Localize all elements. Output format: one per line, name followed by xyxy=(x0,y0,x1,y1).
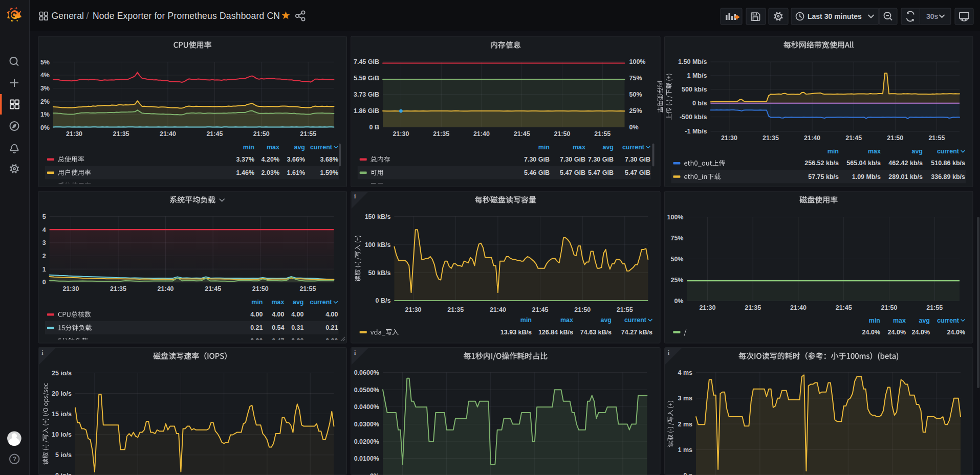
svg-text:2%: 2% xyxy=(40,98,50,105)
svg-text:21:40: 21:40 xyxy=(160,130,176,138)
svg-text:21:40: 21:40 xyxy=(158,285,174,292)
svg-text:4.20%: 4.20% xyxy=(262,156,279,163)
svg-text:21:55: 21:55 xyxy=(617,306,633,313)
svg-text:21:30: 21:30 xyxy=(66,130,82,138)
svg-text:avg: avg xyxy=(911,148,923,155)
svg-text:1.61%: 1.61% xyxy=(287,169,305,176)
svg-text:57.75 kb/s: 57.75 kb/s xyxy=(808,173,839,180)
svg-text:max: max xyxy=(573,144,585,151)
svg-text:3.37%: 3.37% xyxy=(236,156,254,163)
svg-text:4%: 4% xyxy=(40,72,50,79)
svg-text:0 B/s: 0 B/s xyxy=(376,297,391,304)
svg-text:5%: 5% xyxy=(40,59,50,66)
svg-text:21:35: 21:35 xyxy=(763,134,779,142)
svg-text:3.66%: 3.66% xyxy=(287,156,305,163)
svg-text:1: 1 xyxy=(42,266,46,273)
svg-text:21:50: 21:50 xyxy=(881,304,897,311)
svg-text:13.93 kB/s: 13.93 kB/s xyxy=(500,329,532,336)
svg-text:0 io/s: 0 io/s xyxy=(55,472,72,475)
svg-text:21:45: 21:45 xyxy=(845,134,862,142)
svg-text:2: 2 xyxy=(42,253,46,260)
svg-text:21:50: 21:50 xyxy=(253,130,270,138)
svg-text:21:45: 21:45 xyxy=(206,130,223,138)
svg-text:avg: avg xyxy=(294,144,305,151)
svg-text:0.21: 0.21 xyxy=(325,324,338,331)
svg-text:510.86 kb/s: 510.86 kb/s xyxy=(931,160,965,167)
svg-text:7.30 GiB: 7.30 GiB xyxy=(560,156,585,163)
svg-text:74.27 kB/s: 74.27 kB/s xyxy=(621,329,652,336)
svg-text:21:30: 21:30 xyxy=(699,304,715,311)
svg-text:1 Mb/s: 1 Mb/s xyxy=(687,72,707,79)
svg-text:21:55: 21:55 xyxy=(926,304,943,311)
svg-text:Last 30 minutes: Last 30 minutes xyxy=(808,12,862,20)
svg-text:20 io/s: 20 io/s xyxy=(52,390,72,397)
svg-text:5 io/s: 5 io/s xyxy=(55,451,72,459)
svg-text:4 ms: 4 ms xyxy=(678,369,693,376)
svg-text:21:55: 21:55 xyxy=(928,134,945,142)
svg-text:0.31: 0.31 xyxy=(291,324,303,331)
svg-text:50%: 50% xyxy=(629,91,642,98)
svg-text:1.50 Mb/s: 1.50 Mb/s xyxy=(678,58,707,65)
svg-text:100%: 100% xyxy=(629,58,646,65)
svg-text:21:40: 21:40 xyxy=(790,304,807,311)
svg-text:21:40: 21:40 xyxy=(804,134,820,142)
svg-text:0.0100%: 0.0100% xyxy=(354,455,379,462)
svg-text:0.0500%: 0.0500% xyxy=(354,387,379,394)
svg-text:avg: avg xyxy=(600,316,612,324)
svg-text:21:40: 21:40 xyxy=(490,306,506,313)
svg-text:current: current xyxy=(937,148,960,155)
svg-text:max: max xyxy=(893,317,906,324)
svg-text:0.54: 0.54 xyxy=(272,324,284,331)
svg-text:0%: 0% xyxy=(370,472,379,475)
svg-text:100 kB/s: 100 kB/s xyxy=(365,241,391,248)
svg-text:21:35: 21:35 xyxy=(447,306,464,313)
svg-text:min: min xyxy=(520,316,532,324)
svg-text:-500 kb/s: -500 kb/s xyxy=(680,114,707,121)
svg-text:30s: 30s xyxy=(926,12,939,20)
svg-text:0 s: 0 s xyxy=(684,472,692,475)
svg-text:25%: 25% xyxy=(629,107,642,115)
svg-text:0.0200%: 0.0200% xyxy=(354,438,379,445)
svg-text:3%: 3% xyxy=(40,85,50,92)
svg-text:min: min xyxy=(538,144,550,151)
svg-text:21:55: 21:55 xyxy=(594,130,611,138)
svg-text:5.47 GiB: 5.47 GiB xyxy=(625,169,650,176)
svg-text:-1 Mb/s: -1 Mb/s xyxy=(685,128,707,135)
svg-text:max: max xyxy=(271,299,284,306)
svg-text:21:35: 21:35 xyxy=(745,304,761,311)
svg-text:21:35: 21:35 xyxy=(110,285,126,292)
svg-text:current: current xyxy=(622,144,645,151)
svg-text:289.01 kb/s: 289.01 kb/s xyxy=(888,173,923,180)
svg-text:21:45: 21:45 xyxy=(514,130,530,138)
svg-text:min: min xyxy=(251,299,263,306)
svg-text:336.89 kb/s: 336.89 kb/s xyxy=(931,173,965,180)
svg-text:25 io/s: 25 io/s xyxy=(52,370,72,377)
svg-text:0%: 0% xyxy=(674,298,683,305)
svg-text:current: current xyxy=(310,299,332,306)
svg-text:5.47 GiB: 5.47 GiB xyxy=(560,169,585,176)
svg-text:4.00: 4.00 xyxy=(272,311,284,318)
svg-text:75%: 75% xyxy=(629,75,642,82)
svg-text:21:50: 21:50 xyxy=(252,285,269,292)
svg-text:2 ms: 2 ms xyxy=(678,421,693,428)
svg-text:1.86 GiB: 1.86 GiB xyxy=(354,107,379,115)
svg-text:4.00: 4.00 xyxy=(250,311,263,318)
svg-text:General: General xyxy=(52,11,84,21)
svg-text:1.09 Mb/s: 1.09 Mb/s xyxy=(852,173,881,180)
svg-text:0 B: 0 B xyxy=(369,124,379,131)
svg-text:3.68%: 3.68% xyxy=(320,156,338,163)
svg-text:21:45: 21:45 xyxy=(836,304,852,311)
svg-text:1 ms: 1 ms xyxy=(678,446,693,454)
svg-text:0.0300%: 0.0300% xyxy=(354,421,379,428)
svg-text:3: 3 xyxy=(42,239,46,246)
svg-text:0.0600%: 0.0600% xyxy=(354,369,379,376)
svg-text:24.0%: 24.0% xyxy=(862,329,880,336)
svg-text:current: current xyxy=(624,316,647,324)
svg-text:7.45 GiB: 7.45 GiB xyxy=(354,58,379,65)
svg-text:2.03%: 2.03% xyxy=(262,169,279,176)
svg-text:5: 5 xyxy=(42,213,46,220)
svg-text:21:35: 21:35 xyxy=(113,130,129,138)
svg-text:0%: 0% xyxy=(40,124,50,131)
svg-text:avg: avg xyxy=(293,299,304,306)
svg-text:462.42 kb/s: 462.42 kb/s xyxy=(888,160,923,167)
